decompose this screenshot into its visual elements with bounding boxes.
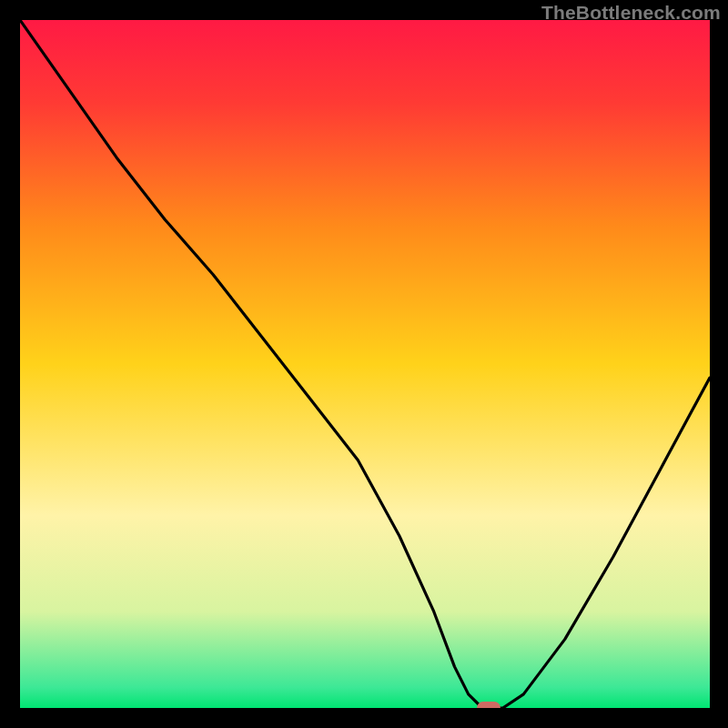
plot-area xyxy=(20,20,710,708)
bottleneck-curve xyxy=(20,20,710,708)
optimal-point-marker xyxy=(477,702,500,708)
chart-container: TheBottleneck.com xyxy=(0,0,728,728)
